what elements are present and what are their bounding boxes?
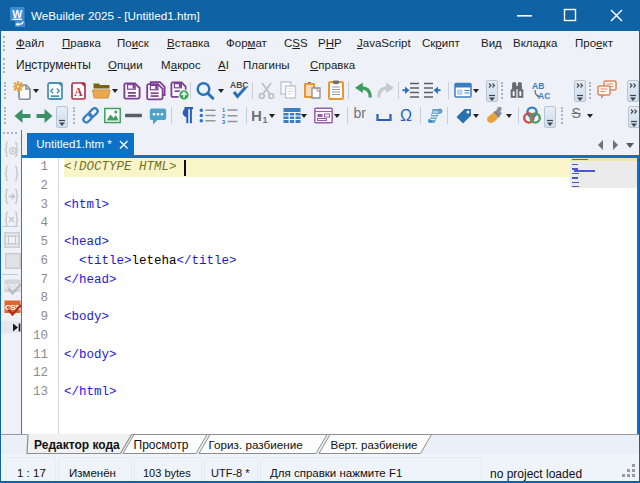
svg-text:AC: AC <box>538 91 550 100</box>
svg-text:H: H <box>252 107 262 124</box>
svg-text:Верт. разбиение: Верт. разбиение <box>331 439 418 451</box>
svg-text:Редактор кода: Редактор кода <box>34 438 120 452</box>
svg-text:AB: AB <box>532 81 544 91</box>
svg-text:Гориз. разбиение: Гориз. разбиение <box>209 438 303 451</box>
svg-text:W: W <box>12 8 22 20</box>
svg-text:3: 3 <box>222 119 225 124</box>
svg-text:A: A <box>74 86 83 98</box>
svg-text:Ω: Ω <box>400 107 412 124</box>
svg-text:1: 1 <box>262 115 267 125</box>
svg-text:Просмотр: Просмотр <box>134 438 189 452</box>
